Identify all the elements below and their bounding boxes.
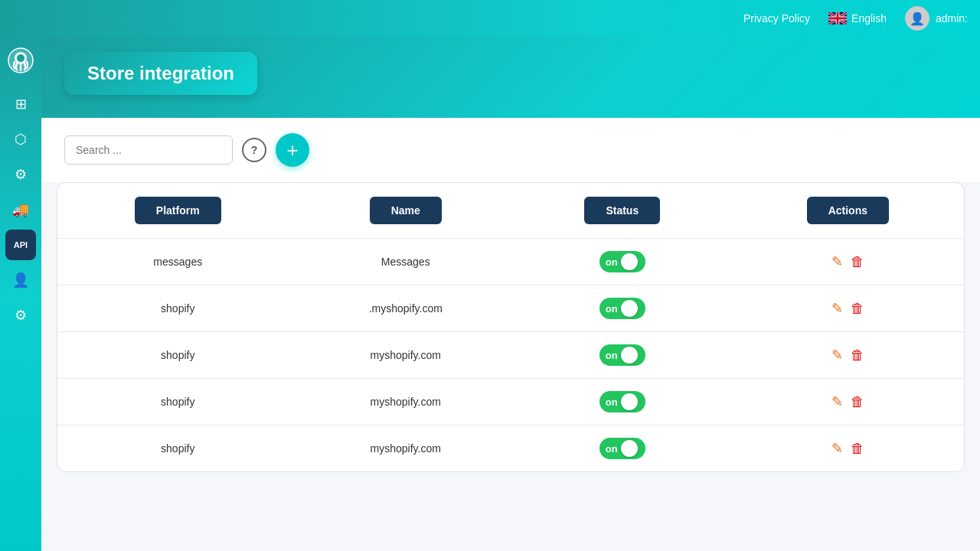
dashboard-icon: ⊞: [15, 96, 27, 112]
table-row: shopifymyshopify.comon✎🗑: [57, 332, 964, 379]
platform-header-btn[interactable]: Platform: [135, 197, 221, 224]
cell-platform: messages: [57, 239, 299, 285]
help-button[interactable]: ?: [242, 138, 266, 162]
integrations-table: Platform Name Status Actions m: [57, 183, 964, 471]
sidebar-item-products[interactable]: ⬡: [5, 124, 36, 155]
add-icon: +: [286, 139, 298, 162]
status-toggle[interactable]: on: [599, 344, 645, 366]
cell-actions: ✎🗑: [732, 425, 964, 472]
integrations-icon: ⚙: [15, 166, 27, 183]
privacy-policy-link[interactable]: Privacy Policy: [743, 12, 810, 24]
search-input[interactable]: [64, 135, 233, 165]
admin-menu[interactable]: 👤 admin:: [905, 6, 968, 31]
status-toggle[interactable]: on: [599, 251, 645, 272]
shipping-icon: 🚚: [12, 201, 29, 218]
sidebar: ⊞ ⬡ ⚙ 🚚 API 👤 ⚙: [0, 37, 41, 551]
cell-actions: ✎🗑: [732, 379, 964, 425]
col-status: Status: [513, 183, 732, 239]
edit-button[interactable]: ✎: [831, 347, 843, 364]
action-icons: ✎🗑: [831, 300, 864, 317]
flag-icon: [828, 12, 847, 24]
cell-name: myshopify.com: [299, 379, 513, 425]
page-header: Store integration: [41, 37, 980, 118]
edit-button[interactable]: ✎: [831, 393, 843, 410]
table-container: Platform Name Status Actions m: [57, 182, 965, 472]
api-label: API: [14, 240, 28, 249]
col-platform: Platform: [57, 183, 299, 239]
cell-status: on: [513, 425, 732, 472]
admin-label: admin:: [936, 12, 968, 24]
cell-platform: shopify: [57, 379, 299, 425]
cell-platform: shopify: [57, 425, 299, 472]
delete-button[interactable]: 🗑: [851, 301, 864, 317]
cell-status: on: [513, 239, 732, 285]
delete-button[interactable]: 🗑: [851, 254, 864, 270]
status-toggle[interactable]: on: [599, 298, 645, 319]
toggle-label: on: [606, 350, 618, 361]
sidebar-item-shipping[interactable]: 🚚: [5, 194, 36, 225]
help-icon: ?: [251, 144, 258, 156]
cell-name: .myshopify.com: [299, 285, 513, 332]
edit-button[interactable]: ✎: [831, 253, 843, 270]
sidebar-item-settings[interactable]: ⚙: [5, 300, 36, 331]
cell-platform: shopify: [57, 332, 299, 379]
table-row: shopify.myshopify.comon✎🗑: [57, 285, 964, 332]
cell-name: myshopify.com: [299, 425, 513, 472]
toggle-label: on: [606, 396, 618, 408]
add-button[interactable]: +: [276, 133, 309, 167]
action-icons: ✎🗑: [831, 440, 864, 457]
search-area: ? +: [41, 118, 980, 182]
cell-status: on: [513, 285, 732, 332]
toggle-knob: [621, 300, 638, 317]
delete-button[interactable]: 🗑: [851, 394, 864, 410]
admin-avatar: 👤: [905, 6, 929, 31]
content-area: Store integration ? + Platform: [41, 37, 980, 551]
cell-actions: ✎🗑: [732, 239, 964, 285]
table-header-row: Platform Name Status Actions: [57, 183, 964, 239]
actions-header-btn[interactable]: Actions: [807, 197, 889, 224]
action-icons: ✎🗑: [831, 393, 864, 410]
top-header: Privacy Policy English 👤 admin:: [0, 0, 980, 37]
table-row: shopifymyshopify.comon✎🗑: [57, 425, 964, 472]
language-selector[interactable]: English: [828, 12, 887, 24]
action-icons: ✎🗑: [831, 253, 864, 270]
toggle-label: on: [606, 443, 618, 455]
status-toggle[interactable]: on: [599, 391, 645, 412]
status-toggle[interactable]: on: [599, 438, 645, 459]
col-actions: Actions: [732, 183, 964, 239]
cell-status: on: [513, 332, 732, 379]
edit-button[interactable]: ✎: [831, 300, 843, 317]
logo[interactable]: [6, 46, 35, 75]
name-header-btn[interactable]: Name: [370, 197, 442, 224]
col-name: Name: [299, 183, 513, 239]
products-icon: ⬡: [15, 131, 27, 148]
cell-name: myshopify.com: [299, 332, 513, 379]
sidebar-item-users[interactable]: 👤: [5, 265, 36, 295]
cell-actions: ✎🗑: [732, 332, 964, 379]
toggle-label: on: [606, 256, 618, 268]
delete-button[interactable]: 🗑: [851, 347, 864, 364]
users-icon: 👤: [12, 272, 29, 289]
cell-status: on: [513, 379, 732, 425]
sidebar-item-integrations[interactable]: ⚙: [5, 159, 36, 190]
edit-button[interactable]: ✎: [831, 440, 843, 457]
toggle-knob: [621, 347, 638, 364]
toggle-knob: [621, 253, 638, 270]
cell-name: Messages: [299, 239, 513, 285]
delete-button[interactable]: 🗑: [851, 441, 864, 457]
svg-point-3: [17, 54, 24, 62]
page-title: Store integration: [87, 63, 234, 83]
sidebar-item-api[interactable]: API: [5, 230, 36, 260]
status-header-btn[interactable]: Status: [584, 197, 660, 224]
cell-actions: ✎🗑: [732, 285, 964, 332]
action-icons: ✎🗑: [831, 347, 864, 364]
toggle-label: on: [606, 303, 618, 315]
main-layout: ⊞ ⬡ ⚙ 🚚 API 👤 ⚙ Store integration: [0, 37, 980, 551]
toggle-knob: [621, 440, 638, 457]
table-row: shopifymyshopify.comon✎🗑: [57, 379, 964, 425]
sidebar-item-dashboard[interactable]: ⊞: [5, 89, 36, 119]
table-row: messagesMessageson✎🗑: [57, 239, 964, 285]
toggle-knob: [621, 393, 638, 410]
cell-platform: shopify: [57, 285, 299, 332]
language-label: English: [851, 12, 887, 24]
